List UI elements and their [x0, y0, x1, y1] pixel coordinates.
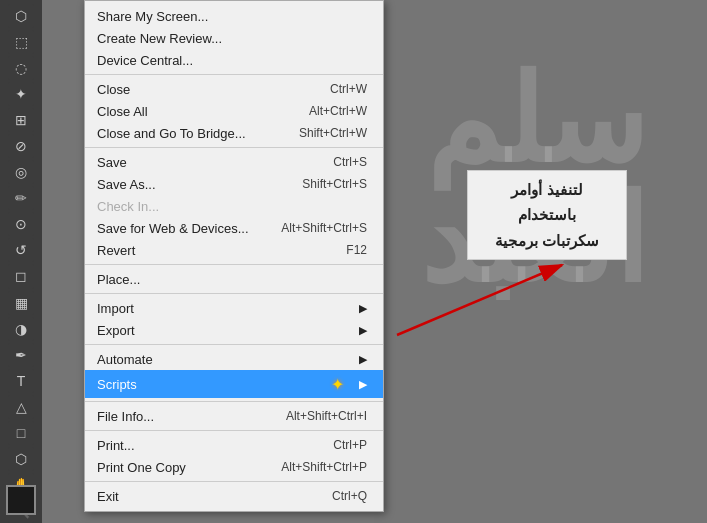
menu-item-print-one-copy-shortcut: Alt+Shift+Ctrl+P — [281, 460, 367, 474]
submenu-arrow-import: ▶ — [359, 302, 367, 315]
separator-5 — [85, 344, 383, 345]
menu-item-exit-label: Exit — [97, 489, 312, 504]
menu-item-close[interactable]: Close Ctrl+W — [85, 78, 383, 100]
menu-item-revert[interactable]: Revert F12 — [85, 239, 383, 261]
tool-text[interactable]: T — [8, 369, 34, 393]
watermark-line1: سلم — [420, 60, 647, 180]
tool-crop[interactable]: ⊞ — [8, 108, 34, 132]
menu-item-save-as[interactable]: Save As... Shift+Ctrl+S — [85, 173, 383, 195]
menu-item-scripts[interactable]: Scripts ▶ — [85, 370, 383, 398]
separator-8 — [85, 481, 383, 482]
menu-item-close-bridge[interactable]: Close and Go To Bridge... Shift+Ctrl+W — [85, 122, 383, 144]
tool-clone[interactable]: ⊙ — [8, 212, 34, 236]
cursor-star-icon — [329, 373, 351, 395]
menu-item-check-in: Check In... — [85, 195, 383, 217]
tool-history[interactable]: ↺ — [8, 238, 34, 262]
menu-item-close-shortcut: Ctrl+W — [330, 82, 367, 96]
menu-item-place-label: Place... — [97, 272, 367, 287]
menu-item-print[interactable]: Print... Ctrl+P — [85, 434, 383, 456]
menu-item-save-as-shortcut: Shift+Ctrl+S — [302, 177, 367, 191]
menu-item-export-label: Export — [97, 323, 351, 338]
menu-item-print-one-copy-label: Print One Copy — [97, 460, 261, 475]
menu-item-place[interactable]: Place... — [85, 268, 383, 290]
tooltip-text: لتنفيذ أوامرباستخدامسكرتبات برمجية — [495, 177, 599, 254]
menu-item-check-in-label: Check In... — [97, 199, 367, 214]
tool-path[interactable]: △ — [8, 395, 34, 419]
toolbar: ⬡ ⬚ ◌ ✦ ⊞ ⊘ ◎ ✏ ⊙ ↺ ◻ ▦ ◑ ✒ T △ □ ⬡ ✋ 🔍 — [0, 0, 42, 523]
menu-item-automate[interactable]: Automate ▶ — [85, 348, 383, 370]
menu-item-save-web-shortcut: Alt+Shift+Ctrl+S — [281, 221, 367, 235]
menu-item-print-shortcut: Ctrl+P — [333, 438, 367, 452]
foreground-background-colors[interactable] — [6, 485, 36, 515]
tool-brush[interactable]: ✏ — [8, 186, 34, 210]
separator-4 — [85, 293, 383, 294]
menu-item-save[interactable]: Save Ctrl+S — [85, 151, 383, 173]
menu-item-new-review-label: Create New Review... — [97, 31, 367, 46]
menu-item-import[interactable]: Import ▶ — [85, 297, 383, 319]
separator-1 — [85, 74, 383, 75]
menu-item-print-label: Print... — [97, 438, 313, 453]
menu-item-file-info-label: File Info... — [97, 409, 266, 424]
separator-7 — [85, 430, 383, 431]
menu-item-share-screen[interactable]: Share My Screen... — [85, 5, 383, 27]
menu-item-close-label: Close — [97, 82, 310, 97]
menu-item-close-all[interactable]: Close All Alt+Ctrl+W — [85, 100, 383, 122]
menu-item-revert-shortcut: F12 — [346, 243, 367, 257]
menu-item-close-bridge-shortcut: Shift+Ctrl+W — [299, 126, 367, 140]
menu-item-exit-shortcut: Ctrl+Q — [332, 489, 367, 503]
tool-dodge[interactable]: ◑ — [8, 317, 34, 341]
menu-item-share-screen-label: Share My Screen... — [97, 9, 367, 24]
tool-select[interactable]: ⬚ — [8, 30, 34, 54]
tool-spot[interactable]: ◎ — [8, 160, 34, 184]
menu-item-close-all-shortcut: Alt+Ctrl+W — [309, 104, 367, 118]
menu-item-file-info-shortcut: Alt+Shift+Ctrl+I — [286, 409, 367, 423]
menu-item-file-info[interactable]: File Info... Alt+Shift+Ctrl+I — [85, 405, 383, 427]
menu-item-save-as-label: Save As... — [97, 177, 282, 192]
menu-item-print-one-copy[interactable]: Print One Copy Alt+Shift+Ctrl+P — [85, 456, 383, 478]
menu-item-save-label: Save — [97, 155, 313, 170]
menu-item-device-central[interactable]: Device Central... — [85, 49, 383, 71]
menu-item-import-label: Import — [97, 301, 351, 316]
menu-item-close-all-label: Close All — [97, 104, 289, 119]
tool-pen[interactable]: ✒ — [8, 343, 34, 367]
tool-3d[interactable]: ⬡ — [8, 447, 34, 471]
menu-item-save-shortcut: Ctrl+S — [333, 155, 367, 169]
tool-eraser[interactable]: ◻ — [8, 264, 34, 288]
menu-item-new-review[interactable]: Create New Review... — [85, 27, 383, 49]
submenu-arrow-export: ▶ — [359, 324, 367, 337]
tool-shape[interactable]: □ — [8, 421, 34, 445]
menu-item-exit[interactable]: Exit Ctrl+Q — [85, 485, 383, 507]
separator-3 — [85, 264, 383, 265]
menu-item-save-web[interactable]: Save for Web & Devices... Alt+Shift+Ctrl… — [85, 217, 383, 239]
menu-item-scripts-label: Scripts — [97, 377, 329, 392]
canvas-area: سلم العبد لتنفيذ أوامرباستخدامسكرتبات بر… — [42, 0, 707, 523]
submenu-arrow-scripts: ▶ — [359, 378, 367, 391]
menu-item-automate-label: Automate — [97, 352, 351, 367]
submenu-arrow-automate: ▶ — [359, 353, 367, 366]
menu-item-revert-label: Revert — [97, 243, 326, 258]
tool-gradient[interactable]: ▦ — [8, 291, 34, 315]
tool-wand[interactable]: ✦ — [8, 82, 34, 106]
menu-item-close-bridge-label: Close and Go To Bridge... — [97, 126, 279, 141]
tool-move[interactable]: ⬡ — [8, 4, 34, 28]
menu-item-save-web-label: Save for Web & Devices... — [97, 221, 261, 236]
separator-2 — [85, 147, 383, 148]
tool-eyedropper[interactable]: ⊘ — [8, 134, 34, 158]
tooltip-box: لتنفيذ أوامرباستخدامسكرتبات برمجية — [467, 170, 627, 260]
separator-6 — [85, 401, 383, 402]
menu-item-device-central-label: Device Central... — [97, 53, 367, 68]
file-dropdown-menu: Share My Screen... Create New Review... … — [84, 0, 384, 512]
menu-item-export[interactable]: Export ▶ — [85, 319, 383, 341]
tool-lasso[interactable]: ◌ — [8, 56, 34, 80]
